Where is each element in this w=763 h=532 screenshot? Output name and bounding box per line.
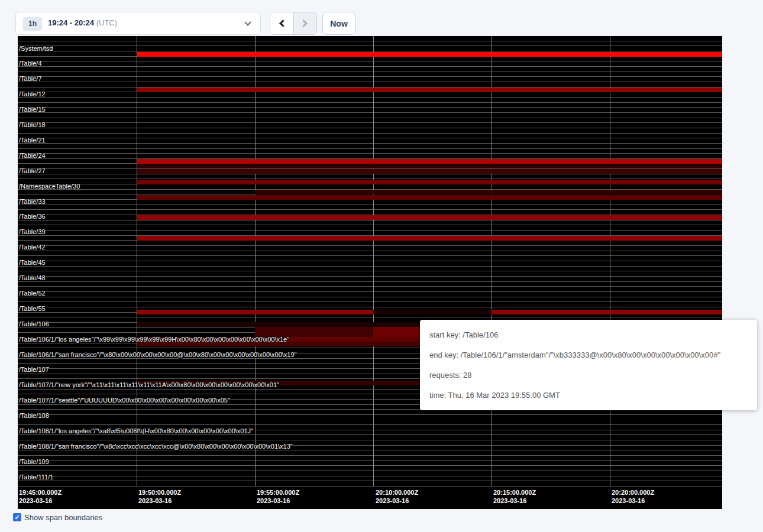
time-axis: 19:45:00.000Z2023-03-1619:50:00.000Z2023…	[18, 486, 722, 509]
row-key-label: /Table/45	[19, 259, 46, 267]
column-gridline	[137, 36, 137, 486]
heatmap-band	[373, 310, 492, 314]
time-tick: 19:50:00.000Z2023-03-16	[138, 488, 181, 505]
heatmap-band	[137, 195, 722, 200]
heatmap-band	[137, 164, 722, 169]
row-key-label: /Table/111/1	[19, 473, 53, 481]
time-nav-group	[270, 12, 317, 35]
time-tick: 19:45:00.000Z2023-03-16	[19, 488, 62, 505]
heatmap-band	[137, 87, 722, 92]
time-tick: 20:15:00.000Z2023-03-16	[493, 488, 536, 505]
row-key-label: /Table/108/1/"san francisco"/"\x8c\xcc\x…	[19, 443, 293, 450]
row-key-label: /Table/106/1/"san francisco"/"\x80\x00\x…	[19, 351, 297, 359]
key-visualizer-canvas[interactable]: /System/tsd/Table/4/Table/7/Table/12/Tab…	[18, 36, 722, 509]
show-span-boundaries-label: Show span boundaries	[24, 513, 102, 522]
span-boundaries-toggle: Show span boundaries	[13, 512, 102, 522]
time-range-dropdown[interactable]: 1h 19:24 - 20:24 (UTC)	[15, 12, 261, 35]
time-tick: 19:55:00.000Z2023-03-16	[257, 488, 299, 505]
chevron-left-icon	[279, 20, 287, 27]
row-key-label: /Table/7	[19, 75, 42, 83]
now-button[interactable]: Now	[322, 12, 355, 35]
row-key-label: /Table/107	[19, 366, 49, 374]
heatmap-band	[137, 52, 722, 57]
heatmap-band	[137, 215, 722, 220]
row-key-label: /Table/39	[19, 228, 46, 236]
row-key-label: /Table/21	[19, 137, 46, 144]
row-key-label: /Table/52	[19, 290, 46, 297]
heatmap-band	[137, 180, 722, 184]
column-gridline	[610, 36, 610, 486]
tooltip-start-key: start key: /Table/106	[429, 325, 748, 345]
next-time-button[interactable]	[293, 12, 316, 34]
heatmap-band	[492, 310, 722, 314]
heatmap-band	[137, 159, 722, 164]
row-key-label: /Table/42	[19, 244, 46, 251]
prev-time-button[interactable]	[270, 12, 293, 34]
time-tick: 20:20:00.000Z2023-03-16	[612, 488, 654, 505]
row-key-label: /Table/33	[19, 198, 46, 206]
tooltip-requests: requests: 28	[429, 365, 748, 385]
time-range-timezone: (UTC)	[96, 18, 117, 27]
tooltip-time: time: Thu, 16 Mar 2023 19:55:00 GMT	[429, 385, 748, 406]
time-range-value: 19:24 - 20:24	[48, 18, 94, 27]
row-key-label: /NamespaceTable/30	[19, 183, 80, 190]
row-key-label: /Table/27	[19, 167, 46, 175]
time-tick: 20:10:00.000Z2023-03-16	[376, 488, 418, 505]
row-key-label: /Table/108	[19, 412, 49, 420]
show-span-boundaries-checkbox[interactable]	[13, 513, 21, 521]
column-gridline	[373, 36, 374, 486]
column-gridline	[255, 36, 256, 486]
heatmap-band	[255, 190, 722, 194]
toolbar: 1h 19:24 - 20:24 (UTC) Now	[0, 0, 763, 36]
row-key-label: /Table/15	[19, 106, 46, 113]
row-key-label: /Table/36	[19, 213, 46, 220]
row-key-label: /Table/107/1/"new york"/"\x11\x11\x11\x1…	[19, 381, 279, 389]
row-key-label: /Table/48	[19, 274, 46, 282]
row-key-label: /Table/108/1/"los angeles"/"\xa8\xf5\u00…	[19, 427, 253, 435]
row-key-label: /Table/106/1/"los angeles"/"\x99\x99\x99…	[19, 336, 289, 343]
row-key-label: /Table/18	[19, 121, 46, 129]
duration-badge: 1h	[23, 17, 42, 31]
row-key-label: /Table/109	[19, 458, 49, 466]
row-key-label: /Table/4	[19, 60, 42, 67]
chevron-right-icon	[300, 20, 308, 27]
row-key-label: /Table/12	[19, 90, 46, 98]
row-key-label: /Table/55	[19, 305, 46, 313]
row-key-label: /Table/107/1/"seattle"/"UUUUUUD\x00\x80\…	[19, 397, 230, 404]
time-range-label: 19:24 - 20:24 (UTC)	[48, 18, 117, 27]
row-key-label: /System/tsd	[19, 45, 53, 53]
cell-tooltip: start key: /Table/106 end key: /Table/10…	[420, 320, 757, 410]
heatmap-band	[137, 169, 722, 174]
row-key-label: /Table/106	[19, 320, 49, 328]
heatmap-band	[137, 236, 722, 241]
heatmap-rows-layer: /System/tsd/Table/4/Table/7/Table/12/Tab…	[18, 36, 722, 486]
chevron-down-icon	[244, 19, 251, 25]
tooltip-end-key: end key: /Table/106/1/"amsterdam"/"\xb33…	[429, 345, 748, 365]
heatmap-band	[137, 310, 373, 314]
row-key-label: /Table/24	[19, 152, 46, 160]
column-gridline	[492, 36, 492, 486]
